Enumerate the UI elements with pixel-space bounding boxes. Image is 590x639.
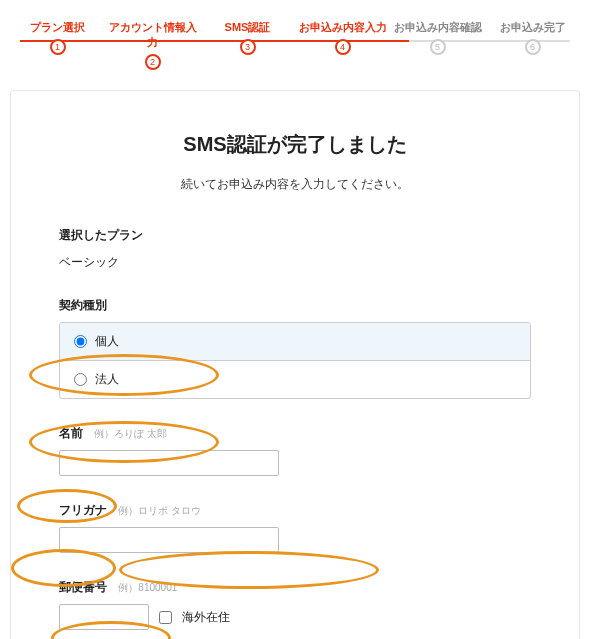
form-card: SMS認証が完了しました 続いてお申込み内容を入力してください。 選択したプラン…	[10, 90, 580, 639]
progress-step-label: プラン選択	[10, 20, 105, 35]
progress-step: お申込み内容入力4	[295, 20, 390, 70]
kana-input[interactable]	[59, 527, 279, 553]
overseas-label: 海外在住	[182, 609, 230, 626]
name-field: 名前 例）ろりぽ 太郎	[59, 425, 531, 476]
kana-label: フリガナ	[59, 502, 107, 519]
contract-type-label: 契約種別	[59, 297, 107, 314]
progress-bar: プラン選択1アカウント情報入力2SMS認証3お申込み内容入力4お申込み内容確認5…	[0, 0, 590, 84]
name-input[interactable]	[59, 450, 279, 476]
progress-step-label: お申込み内容確認	[390, 20, 485, 35]
progress-step: アカウント情報入力2	[105, 20, 200, 70]
contract-type-option[interactable]: 法人	[60, 360, 530, 398]
progress-step-label: お申込み完了	[485, 20, 580, 35]
page-title: SMS認証が完了しました	[59, 131, 531, 158]
progress-step: お申込み内容確認5	[390, 20, 485, 70]
overseas-checkbox[interactable]	[159, 611, 172, 624]
contract-type-radio[interactable]	[74, 335, 87, 348]
progress-step-dot: 6	[525, 39, 541, 55]
progress-step: お申込み完了6	[485, 20, 580, 70]
name-hint: 例）ろりぽ 太郎	[94, 428, 167, 439]
contract-type-option-label: 法人	[95, 371, 119, 388]
progress-step-label: アカウント情報入力	[105, 20, 200, 50]
progress-step: SMS認証3	[200, 20, 295, 70]
contract-type-option-label: 個人	[95, 333, 119, 350]
kana-hint: 例）ロリポ タロウ	[118, 505, 201, 516]
postal-field: 郵便番号 例）8100001 海外在住	[59, 579, 531, 630]
name-label: 名前	[59, 425, 83, 442]
kana-field: フリガナ 例）ロリポ タロウ	[59, 502, 531, 553]
contract-type-radio[interactable]	[74, 373, 87, 386]
contract-type-radio-group: 個人法人	[59, 322, 531, 399]
overseas-checkbox-wrap[interactable]: 海外在住	[159, 609, 230, 626]
progress-step-label: お申込み内容入力	[295, 20, 390, 35]
postal-label: 郵便番号	[59, 579, 107, 596]
postal-input[interactable]	[59, 604, 149, 630]
progress-step-label: SMS認証	[200, 20, 295, 35]
contract-type-field: 契約種別 個人法人	[59, 297, 531, 399]
progress-step-dot: 4	[335, 39, 351, 55]
progress-step-dot: 2	[145, 54, 161, 70]
selected-plan-label: 選択したプラン	[59, 227, 531, 244]
progress-step-dot: 3	[240, 39, 256, 55]
postal-hint: 例）8100001	[118, 582, 177, 593]
selected-plan-value: ベーシック	[59, 254, 531, 271]
progress-step: プラン選択1	[10, 20, 105, 70]
progress-step-dot: 1	[50, 39, 66, 55]
progress-step-dot: 5	[430, 39, 446, 55]
contract-type-option[interactable]: 個人	[60, 323, 530, 360]
page-subtitle: 続いてお申込み内容を入力してください。	[59, 176, 531, 193]
